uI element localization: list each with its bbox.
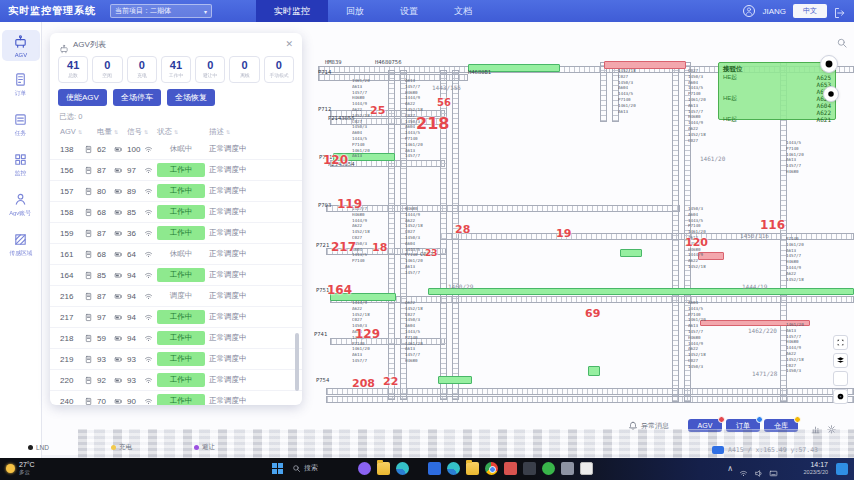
edge-icon[interactable]	[447, 462, 460, 475]
sidebar-item-订单[interactable]: 订单	[2, 68, 40, 101]
battery-value: 92	[97, 376, 114, 385]
legend-dot	[111, 445, 116, 450]
column-header[interactable]: 描述 ⇅	[209, 127, 295, 137]
ref-label: 1450/116	[740, 232, 769, 239]
station-label-cluster: 1461/20A6131457/7H46801444/9A6221452/18C…	[786, 322, 822, 374]
table-row[interactable]: 1578089工作中正常调度中	[50, 181, 302, 202]
map-control-target[interactable]	[833, 389, 848, 404]
signal-value: 94	[127, 292, 144, 301]
close-icon[interactable]: ✕	[285, 40, 293, 49]
table-row[interactable]: 1568797工作中正常调度中	[50, 160, 302, 181]
agv-count-label: 120	[685, 236, 708, 249]
language-button[interactable]: 中文	[793, 4, 827, 18]
map-compass-control[interactable]	[823, 86, 839, 102]
table-row[interactable]: 2407090工作中正常调度中	[50, 391, 302, 405]
taskbar-clock[interactable]: 14:17 2023/5/20	[804, 461, 828, 476]
rocket-icon[interactable]	[358, 462, 371, 475]
agv-stats: 41总数0空闲0充电41工作中0避让中0离线0手动模式	[50, 52, 302, 83]
stat-box: 0充电	[127, 56, 157, 83]
darkbox-icon[interactable]	[523, 462, 536, 475]
sidebar-item-AGV[interactable]: AGV	[2, 30, 40, 61]
battery-icon	[114, 376, 123, 385]
nav-tab-回放[interactable]: 回放	[328, 0, 382, 22]
stat-box: 0离线	[229, 56, 259, 83]
project-select[interactable]: 当前项目：二期体 ▾	[110, 4, 212, 18]
stat-box: 0空闲	[92, 56, 122, 83]
column-header[interactable]: 电量 ⇅	[97, 127, 114, 137]
table-row[interactable]: 1598736工作中正常调度中	[50, 223, 302, 244]
column-header[interactable]: AGV ⇅	[60, 127, 84, 136]
station-label-cluster: 1452/18C0271450/3A6041443/5P71401461/20A…	[618, 68, 654, 114]
table-row[interactable]: 1648594工作中正常调度中	[50, 265, 302, 286]
search-icon	[292, 464, 301, 473]
status-description: 正常调度中	[209, 249, 295, 259]
stat-box: 41工作中	[161, 56, 191, 83]
panel-scrollbar[interactable]	[295, 333, 299, 391]
taskbar-weather[interactable]: 27°C 多云	[6, 461, 35, 475]
sidebar-item-任务[interactable]: 任务	[2, 108, 40, 141]
sidebar-item-传感区域[interactable]: 传感区域	[2, 228, 40, 261]
stat-label: 充电	[137, 72, 147, 79]
notepad-icon[interactable]	[580, 462, 593, 475]
doc-icon	[84, 271, 93, 280]
folder-icon[interactable]	[377, 462, 390, 475]
agv-count-label: 69	[585, 307, 600, 320]
station-label: P712	[318, 106, 331, 112]
battery-icon	[114, 334, 123, 343]
selected-count: 已选: 0	[50, 106, 302, 124]
sidebar-item-Agv账号[interactable]: Agv账号	[2, 188, 40, 221]
ref-label: 1460/29	[448, 283, 473, 290]
action-button-全场停车[interactable]: 全场停车	[113, 89, 161, 106]
map-clock-control[interactable]	[820, 55, 838, 73]
stat-box: 0手动模式	[264, 56, 294, 83]
taskbar-search[interactable]: 搜索	[292, 463, 318, 473]
keyboard-icon[interactable]	[769, 464, 778, 473]
table-row[interactable]: 1616864休眠中正常调度中	[50, 244, 302, 265]
greendot-icon[interactable]	[542, 462, 555, 475]
table-row[interactable]: 2168794调度中正常调度中	[50, 286, 302, 307]
sidebar-item-监控[interactable]: 监控	[2, 148, 40, 181]
map-control-layers[interactable]	[833, 353, 848, 368]
graybox-icon[interactable]	[561, 462, 574, 475]
action-button-全场恢复[interactable]: 全场恢复	[167, 89, 215, 106]
table-row[interactable]: 1586885工作中正常调度中	[50, 202, 302, 223]
nav-tab-实时监控[interactable]: 实时监控	[256, 0, 328, 22]
chrome-icon[interactable]	[485, 462, 498, 475]
nav-tab-文档[interactable]: 文档	[436, 0, 490, 22]
station-label: P703	[318, 202, 331, 208]
table-row[interactable]: 2179794工作中正常调度中	[50, 307, 302, 328]
wifi-icon[interactable]	[739, 464, 748, 473]
agv-count-label: 28	[455, 223, 470, 236]
bluebox-icon[interactable]	[428, 462, 441, 475]
table-row[interactable]: 2209293工作中正常调度中	[50, 370, 302, 391]
map-search-icon[interactable]	[836, 35, 848, 47]
battery-value: 87	[97, 292, 114, 301]
nav-tab-设置[interactable]: 设置	[382, 0, 436, 22]
action-button-使能AGV[interactable]: 使能AGV	[58, 89, 107, 106]
panel-actions: 使能AGV全场停车全场恢复	[50, 83, 302, 106]
speaker-icon[interactable]	[754, 464, 763, 473]
signal-value: 94	[127, 334, 144, 343]
table-row[interactable]: 2199393工作中正常调度中	[50, 349, 302, 370]
tray-expand-icon[interactable]: ∧	[727, 465, 733, 473]
status-badge: 工作中	[157, 163, 205, 177]
folder-icon[interactable]	[466, 462, 479, 475]
map-control-expand[interactable]	[833, 335, 848, 350]
column-header[interactable]: 状态 ⇅	[157, 127, 209, 137]
wifi-icon	[144, 145, 153, 154]
agv-id: 158	[60, 208, 84, 217]
table-row[interactable]: 13862100休眠中正常调度中	[50, 139, 302, 160]
notification-center-button[interactable]	[836, 463, 848, 475]
edge-icon[interactable]	[396, 462, 409, 475]
taskbar-open-apps	[428, 462, 593, 475]
signal-value: 85	[127, 208, 144, 217]
sidebar-item-label: 监控	[15, 169, 27, 177]
map-control-list[interactable]	[833, 371, 848, 386]
start-button[interactable]	[272, 463, 283, 474]
battery-value: 62	[97, 145, 114, 154]
table-row[interactable]: 2185994工作中正常调度中	[50, 328, 302, 349]
column-header[interactable]: 信号 ⇅	[127, 127, 144, 137]
sidebar-item-label: 传感区域	[9, 249, 32, 257]
shield-icon[interactable]	[504, 462, 517, 475]
logout-icon[interactable]	[834, 5, 846, 17]
